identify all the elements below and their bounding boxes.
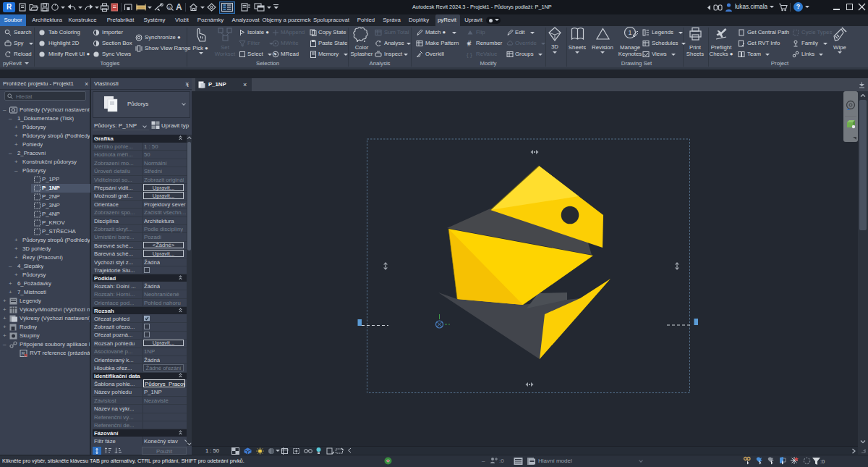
svg-text:#: # [467,40,472,47]
svg-text:{ }: { } [467,51,472,58]
svg-text:1: 1 [629,29,632,36]
svg-text:o: o [169,5,171,9]
svg-text:R: R [22,351,25,356]
